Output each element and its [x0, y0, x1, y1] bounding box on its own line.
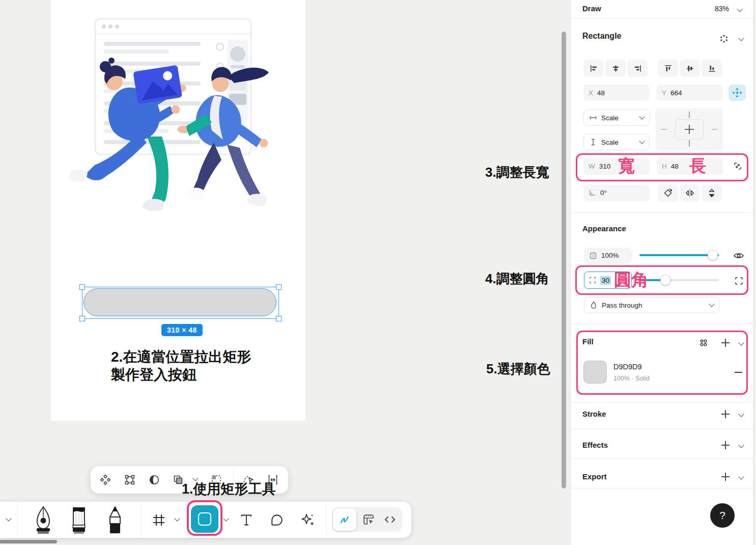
- opacity-slider-thumb[interactable]: [708, 250, 718, 260]
- constraint-tick-bottom[interactable]: [689, 140, 690, 147]
- corner-radius-value[interactable]: 30: [600, 276, 611, 285]
- object-section-chevron[interactable]: [738, 36, 745, 43]
- plus-icon: [721, 339, 730, 347]
- pencil-tool[interactable]: [105, 505, 125, 535]
- edit-vector-button[interactable]: [99, 474, 111, 486]
- pen-tool[interactable]: [32, 505, 54, 535]
- selection-bounding-box[interactable]: [82, 287, 279, 319]
- collaboration-illustration: [61, 14, 280, 218]
- align-vertical-center-button[interactable]: [680, 60, 700, 77]
- constraint-tick-top[interactable]: [689, 112, 690, 118]
- constraint-dash-right[interactable]: [712, 129, 718, 130]
- stroke-section-chevron[interactable]: [738, 412, 745, 419]
- rotate-button[interactable]: [658, 184, 678, 202]
- horizontal-sizing-dropdown[interactable]: Scale: [583, 110, 650, 126]
- add-effect-button[interactable]: [721, 441, 730, 450]
- measure-mode-button[interactable]: [358, 508, 379, 531]
- chevron-down-icon: [738, 340, 744, 345]
- y-position-field[interactable]: Y 664: [657, 85, 723, 101]
- add-stroke-button[interactable]: [721, 410, 730, 419]
- zoom-level[interactable]: 83%: [707, 5, 729, 13]
- fill-styles-button[interactable]: [698, 338, 709, 348]
- rotation-field[interactable]: 0°: [583, 184, 650, 201]
- collapse-toolbar-button[interactable]: [3, 516, 14, 523]
- fill-hex-value[interactable]: D9D9D9: [613, 363, 642, 371]
- flip-vertical-icon: [706, 187, 717, 199]
- artboard-frame[interactable]: 2.在適當位置拉出矩形 製作登入按鈕: [51, 0, 305, 421]
- object-title: Rectangle: [582, 32, 621, 41]
- visibility-toggle[interactable]: [732, 249, 745, 262]
- mask-button[interactable]: [148, 474, 160, 486]
- zoom-menu-chevron[interactable]: [736, 7, 743, 14]
- w-value: 310: [599, 162, 611, 170]
- move-position-button[interactable]: [729, 85, 746, 101]
- toolbar-divider: [141, 505, 142, 535]
- align-top-button[interactable]: [658, 60, 678, 77]
- eye-icon: [733, 250, 745, 262]
- constrain-proportions-button[interactable]: [732, 160, 744, 172]
- frame-icon: [152, 513, 165, 527]
- flip-vertical-button[interactable]: [702, 184, 722, 202]
- corner-radius-field[interactable]: 30: [584, 271, 632, 289]
- frame-tool[interactable]: [152, 513, 166, 527]
- draw-squiggle-icon: [338, 513, 351, 526]
- dev-mode-button[interactable]: [380, 508, 400, 531]
- fill-color-swatch[interactable]: [583, 361, 607, 384]
- blend-mode-dropdown[interactable]: Pass through: [584, 297, 719, 313]
- constraint-dash-left[interactable]: [661, 129, 667, 130]
- remove-fill-button[interactable]: [734, 368, 743, 377]
- export-section-chevron[interactable]: [738, 474, 745, 481]
- resize-handle-top-right[interactable]: [276, 284, 282, 290]
- resize-handle-top-left[interactable]: [79, 284, 85, 290]
- corner-radius-slider[interactable]: [639, 279, 719, 281]
- horizontal-scrollbar[interactable]: [0, 540, 57, 543]
- chevron-down-icon: [738, 474, 744, 479]
- chevron-down-icon: [6, 515, 11, 521]
- constraints-widget[interactable]: [656, 108, 723, 150]
- fill-section-chevron[interactable]: [738, 340, 745, 347]
- vertical-sizing-value: Scale: [601, 139, 619, 146]
- step3-annotation: 3.調整長寬: [485, 164, 549, 181]
- brush-tool[interactable]: [68, 505, 90, 535]
- shape-tool-chevron[interactable]: [223, 516, 229, 523]
- align-horizontal-center-button[interactable]: [605, 60, 626, 77]
- opacity-field[interactable]: 100%: [584, 248, 632, 263]
- chevron-down-icon: [174, 515, 180, 521]
- chevron-down-icon: [738, 442, 744, 448]
- opacity-slider[interactable]: [639, 254, 719, 256]
- align-v-center-icon: [686, 64, 694, 73]
- styles-button[interactable]: [719, 34, 729, 44]
- width-field[interactable]: W 310: [583, 158, 650, 175]
- resize-handle-bottom-left[interactable]: [79, 316, 85, 321]
- text-tool[interactable]: [239, 513, 254, 527]
- rectangle-tool-selected[interactable]: [191, 505, 218, 533]
- chevron-down-icon: [639, 114, 645, 119]
- corner-radius-slider-thumb[interactable]: [660, 275, 670, 285]
- constraint-center-plus[interactable]: [684, 124, 695, 137]
- add-fill-button[interactable]: [721, 338, 730, 347]
- panel-divider: [570, 212, 756, 213]
- align-right-button[interactable]: [627, 60, 648, 77]
- resize-handle-bottom-right[interactable]: [276, 316, 282, 321]
- pencil-icon: [106, 506, 124, 534]
- vertical-scrollbar[interactable]: [562, 32, 566, 488]
- corner-radius-expand-icon: [734, 276, 744, 286]
- align-bottom-button[interactable]: [702, 60, 722, 77]
- comment-tool[interactable]: [270, 513, 284, 527]
- transform-button[interactable]: [124, 474, 136, 486]
- draw-mode-button-active[interactable]: [333, 508, 356, 531]
- help-button[interactable]: ?: [710, 503, 735, 528]
- add-export-button[interactable]: [721, 472, 730, 481]
- independent-corners-button[interactable]: [733, 275, 745, 287]
- effects-section-chevron[interactable]: [738, 443, 745, 450]
- x-position-field[interactable]: X 48: [583, 85, 650, 101]
- flip-horizontal-button[interactable]: [680, 184, 700, 202]
- step4-annotation: 4.調整圓角: [485, 270, 549, 287]
- height-field[interactable]: H 48: [657, 158, 723, 175]
- frame-tool-chevron[interactable]: [174, 516, 180, 523]
- align-left-button[interactable]: [583, 60, 604, 77]
- vertical-sizing-dropdown[interactable]: Scale: [583, 134, 650, 150]
- selected-rectangle[interactable]: [83, 288, 276, 316]
- code-icon: [383, 513, 397, 526]
- actions-tool[interactable]: [300, 512, 315, 527]
